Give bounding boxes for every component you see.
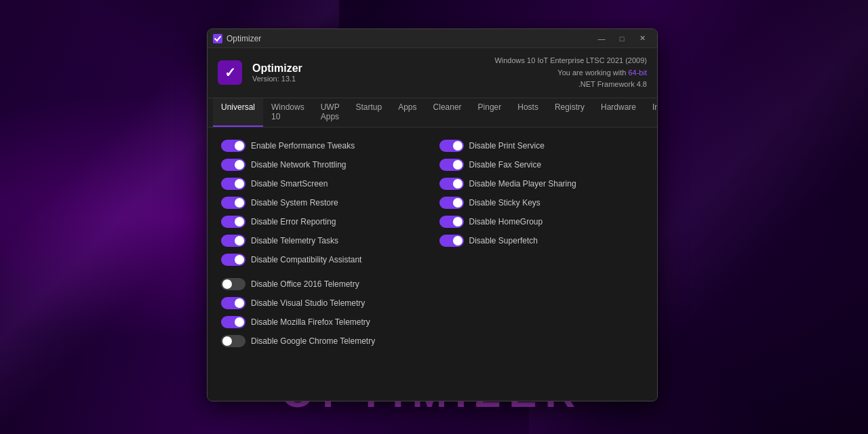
toggle-row-sticky-keys: Disable Sticky Keys	[439, 195, 644, 211]
toggle-disable-office-telemetry[interactable]	[221, 278, 245, 290]
sys-line2: You are working with 64-bit	[494, 67, 647, 79]
maximize-button[interactable]: □	[612, 32, 631, 45]
app-name: Optimizer	[252, 62, 302, 75]
label-disable-homegroup: Disable HomeGroup	[469, 217, 543, 226]
toggle-disable-homegroup[interactable]	[439, 216, 464, 228]
label-disable-firefox-telemetry: Disable Mozilla Firefox Telemetry	[251, 317, 370, 327]
nav-tabs: Universal Windows 10 UWP Apps Startup Ap…	[208, 98, 657, 127]
label-disable-error-reporting: Disable Error Reporting	[251, 217, 336, 226]
label-disable-telemetry-tasks: Disable Telemetry Tasks	[251, 236, 338, 245]
app-window: Optimizer — □ ✕ ✓ Optimizer Version: 13.…	[207, 28, 658, 401]
toggle-disable-vs-telemetry[interactable]	[221, 297, 245, 309]
tab-windows10[interactable]: Windows 10	[263, 98, 313, 127]
toggle-disable-print-service[interactable]	[439, 140, 464, 152]
label-disable-chrome-telemetry: Disable Google Chrome Telemetry	[251, 336, 375, 346]
label-disable-print-service: Disable Print Service	[469, 141, 545, 151]
close-button[interactable]: ✕	[633, 32, 652, 45]
tab-integrator[interactable]: Integrator	[644, 98, 658, 127]
toggle-disable-chrome-telemetry[interactable]	[221, 335, 245, 347]
label-disable-superfetch: Disable Superfetch	[469, 236, 538, 245]
app-version: Version: 13.1	[252, 75, 302, 83]
toggle-row-smartscreen: Disable SmartScreen	[221, 176, 426, 192]
label-disable-network-throttling: Disable Network Throttling	[251, 160, 347, 170]
toggle-disable-sticky-keys[interactable]	[439, 197, 464, 209]
tab-registry[interactable]: Registry	[547, 98, 593, 127]
toggle-row-vs-telemetry: Disable Visual Studio Telemetry	[221, 295, 644, 311]
app-icon	[213, 34, 222, 43]
toggle-disable-compatibility-assistant[interactable]	[221, 254, 245, 266]
toggle-disable-smartscreen[interactable]	[221, 178, 245, 190]
tab-cleaner[interactable]: Cleaner	[425, 98, 470, 127]
system-info: Windows 10 IoT Enterprise LTSC 2021 (200…	[494, 55, 647, 91]
label-enable-performance-tweaks: Enable Performance Tweaks	[251, 141, 355, 151]
sys-line1: Windows 10 IoT Enterprise LTSC 2021 (200…	[494, 55, 647, 67]
toggle-enable-performance-tweaks[interactable]	[221, 140, 245, 152]
toggle-row-network-throttle: Disable Network Throttling	[221, 157, 426, 173]
toggle-disable-telemetry-tasks[interactable]	[221, 235, 245, 247]
toggle-disable-system-restore[interactable]	[221, 197, 245, 209]
sys-line2-highlight: 64-bit	[628, 68, 647, 77]
label-disable-media-player-sharing: Disable Media Player Sharing	[469, 179, 576, 189]
tab-pinger[interactable]: Pinger	[470, 98, 510, 127]
label-disable-compatibility-assistant: Disable Compatibility Assistant	[251, 255, 361, 264]
tab-startup[interactable]: Startup	[347, 98, 390, 127]
label-disable-office-telemetry: Disable Office 2016 Telemetry	[251, 279, 359, 289]
titlebar: Optimizer — □ ✕	[208, 29, 657, 48]
toggle-row-print-service: Disable Print Service	[439, 138, 644, 154]
label-disable-fax-service: Disable Fax Service	[469, 160, 542, 170]
tab-hardware[interactable]: Hardware	[593, 98, 644, 127]
toggle-row-superfetch: Disable Superfetch	[439, 233, 644, 249]
window-title: Optimizer	[226, 34, 261, 43]
app-logo: ✓	[218, 60, 242, 85]
toggle-row-chrome-telemetry: Disable Google Chrome Telemetry	[221, 333, 644, 349]
toggle-disable-error-reporting[interactable]	[221, 216, 245, 228]
content-area: Enable Performance Tweaks Disable Print …	[208, 127, 657, 401]
label-disable-smartscreen: Disable SmartScreen	[251, 179, 328, 189]
toggle-disable-fax-service[interactable]	[439, 159, 464, 171]
titlebar-left: Optimizer	[213, 34, 261, 43]
toggle-row-error-reporting: Disable Error Reporting	[221, 214, 426, 230]
toggle-row-perf-tweaks: Enable Performance Tweaks	[221, 138, 426, 154]
toggle-row-office-telemetry: Disable Office 2016 Telemetry	[221, 276, 644, 292]
toggle-row-media-player-sharing: Disable Media Player Sharing	[439, 176, 644, 192]
toggle-disable-firefox-telemetry[interactable]	[221, 316, 245, 328]
sys-line3: .NET Framework 4.8	[494, 79, 647, 91]
label-disable-sticky-keys: Disable Sticky Keys	[469, 198, 540, 208]
toggle-row-system-restore: Disable System Restore	[221, 195, 426, 211]
tab-uwp-apps[interactable]: UWP Apps	[313, 98, 348, 127]
titlebar-controls: — □ ✕	[592, 32, 652, 45]
sys-line2-prefix: You are working with	[557, 68, 628, 77]
minimize-button[interactable]: —	[592, 32, 611, 45]
app-info: Optimizer Version: 13.1	[252, 62, 302, 83]
tab-universal[interactable]: Universal	[213, 98, 263, 127]
label-disable-system-restore: Disable System Restore	[251, 198, 338, 208]
toggle-row-homegroup: Disable HomeGroup	[439, 214, 644, 230]
app-header: ✓ Optimizer Version: 13.1 Windows 10 IoT…	[208, 48, 657, 98]
toggle-disable-network-throttling[interactable]	[221, 159, 245, 171]
label-disable-vs-telemetry: Disable Visual Studio Telemetry	[251, 298, 365, 308]
toggle-row-fax-service: Disable Fax Service	[439, 157, 644, 173]
toggle-row-compatibility-assistant: Disable Compatibility Assistant	[221, 252, 426, 268]
main-toggle-grid: Enable Performance Tweaks Disable Print …	[221, 138, 644, 268]
toggle-disable-superfetch[interactable]	[439, 235, 464, 247]
toggle-disable-media-player-sharing[interactable]	[439, 178, 464, 190]
tab-apps[interactable]: Apps	[390, 98, 425, 127]
toggle-row-telemetry-tasks: Disable Telemetry Tasks	[221, 233, 426, 249]
tab-hosts[interactable]: Hosts	[509, 98, 547, 127]
toggle-row-firefox-telemetry: Disable Mozilla Firefox Telemetry	[221, 314, 644, 330]
